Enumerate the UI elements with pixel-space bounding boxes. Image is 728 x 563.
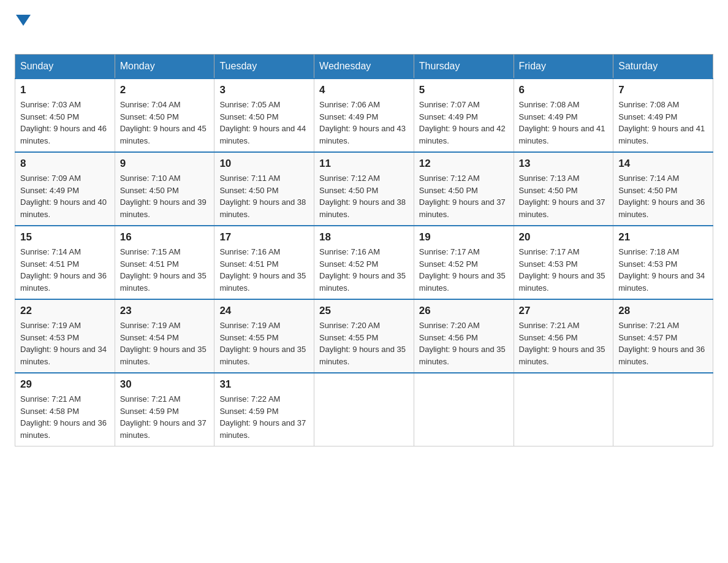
sunrise-label: Sunrise: 7:16 AM (319, 247, 380, 256)
calendar-cell: 6 Sunrise: 7:08 AM Sunset: 4:49 PM Dayli… (514, 79, 613, 152)
day-info: Sunrise: 7:12 AM Sunset: 4:50 PM Dayligh… (319, 172, 409, 220)
day-info: Sunrise: 7:08 AM Sunset: 4:49 PM Dayligh… (519, 99, 609, 147)
day-info: Sunrise: 7:11 AM Sunset: 4:50 PM Dayligh… (219, 172, 309, 220)
calendar-cell: 27 Sunrise: 7:21 AM Sunset: 4:56 PM Dayl… (514, 299, 613, 373)
day-number: 15 (20, 231, 110, 243)
day-number: 23 (120, 305, 210, 317)
sunrise-label: Sunrise: 7:19 AM (20, 321, 81, 330)
week-row-5: 29 Sunrise: 7:21 AM Sunset: 4:58 PM Dayl… (15, 373, 713, 446)
daylight-label: Daylight: 9 hours and 41 minutes. (519, 124, 605, 145)
calendar-cell: 28 Sunrise: 7:21 AM Sunset: 4:57 PM Dayl… (613, 299, 713, 373)
daylight-label: Daylight: 9 hours and 44 minutes. (219, 124, 306, 145)
day-info: Sunrise: 7:15 AM Sunset: 4:51 PM Dayligh… (120, 246, 210, 294)
day-number: 10 (219, 158, 309, 170)
sunrise-label: Sunrise: 7:08 AM (519, 100, 580, 109)
day-info: Sunrise: 7:17 AM Sunset: 4:53 PM Dayligh… (519, 246, 609, 294)
daylight-label: Daylight: 9 hours and 35 minutes. (319, 271, 406, 293)
daylight-label: Daylight: 9 hours and 42 minutes. (419, 124, 506, 145)
sunrise-label: Sunrise: 7:21 AM (618, 321, 679, 330)
sunset-label: Sunset: 4:53 PM (618, 259, 677, 269)
calendar-cell: 15 Sunrise: 7:14 AM Sunset: 4:51 PM Dayl… (15, 226, 115, 299)
sunrise-label: Sunrise: 7:08 AM (618, 100, 679, 109)
col-header-friday: Friday (514, 55, 613, 79)
day-info: Sunrise: 7:20 AM Sunset: 4:56 PM Dayligh… (419, 320, 509, 367)
daylight-label: Daylight: 9 hours and 39 minutes. (120, 197, 207, 219)
day-info: Sunrise: 7:13 AM Sunset: 4:50 PM Dayligh… (519, 172, 609, 220)
calendar-cell (414, 373, 514, 446)
day-number: 11 (319, 158, 409, 170)
sunrise-label: Sunrise: 7:21 AM (120, 394, 181, 404)
sunrise-label: Sunrise: 7:16 AM (219, 247, 280, 256)
daylight-label: Daylight: 9 hours and 40 minutes. (20, 197, 107, 219)
calendar-cell: 21 Sunrise: 7:18 AM Sunset: 4:53 PM Dayl… (613, 226, 713, 299)
day-number: 4 (319, 84, 409, 96)
sunset-label: Sunset: 4:50 PM (120, 186, 179, 195)
sunset-label: Sunset: 4:51 PM (20, 259, 79, 269)
daylight-label: Daylight: 9 hours and 35 minutes. (519, 271, 605, 293)
daylight-label: Daylight: 9 hours and 35 minutes. (219, 271, 306, 293)
day-info: Sunrise: 7:20 AM Sunset: 4:55 PM Dayligh… (319, 320, 409, 367)
col-header-thursday: Thursday (414, 55, 514, 79)
day-number: 8 (20, 158, 110, 170)
day-info: Sunrise: 7:07 AM Sunset: 4:49 PM Dayligh… (419, 99, 509, 147)
sunrise-label: Sunrise: 7:20 AM (319, 321, 380, 330)
sunrise-label: Sunrise: 7:22 AM (219, 394, 280, 404)
sunrise-label: Sunrise: 7:15 AM (120, 247, 181, 256)
day-number: 18 (319, 231, 409, 243)
calendar-cell: 7 Sunrise: 7:08 AM Sunset: 4:49 PM Dayli… (613, 79, 713, 152)
sunrise-label: Sunrise: 7:19 AM (219, 321, 280, 330)
sunrise-label: Sunrise: 7:07 AM (419, 100, 480, 109)
day-info: Sunrise: 7:10 AM Sunset: 4:50 PM Dayligh… (120, 172, 210, 220)
day-number: 25 (319, 305, 409, 317)
calendar-cell: 20 Sunrise: 7:17 AM Sunset: 4:53 PM Dayl… (514, 226, 613, 299)
calendar-cell: 24 Sunrise: 7:19 AM Sunset: 4:55 PM Dayl… (214, 299, 314, 373)
daylight-label: Daylight: 9 hours and 37 minutes. (219, 418, 306, 440)
day-info: Sunrise: 7:21 AM Sunset: 4:57 PM Dayligh… (618, 320, 708, 367)
sunrise-label: Sunrise: 7:11 AM (219, 174, 280, 183)
calendar-cell: 29 Sunrise: 7:21 AM Sunset: 4:58 PM Dayl… (15, 373, 115, 446)
sunrise-label: Sunrise: 7:14 AM (20, 247, 81, 256)
calendar-cell: 1 Sunrise: 7:03 AM Sunset: 4:50 PM Dayli… (15, 79, 115, 152)
col-header-wednesday: Wednesday (314, 55, 414, 79)
day-number: 27 (519, 305, 609, 317)
day-info: Sunrise: 7:03 AM Sunset: 4:50 PM Dayligh… (20, 99, 110, 147)
day-info: Sunrise: 7:22 AM Sunset: 4:59 PM Dayligh… (219, 393, 309, 441)
day-info: Sunrise: 7:12 AM Sunset: 4:50 PM Dayligh… (419, 172, 509, 220)
day-number: 2 (120, 84, 210, 96)
calendar-cell: 19 Sunrise: 7:17 AM Sunset: 4:52 PM Dayl… (414, 226, 514, 299)
day-number: 7 (618, 84, 708, 96)
week-row-2: 8 Sunrise: 7:09 AM Sunset: 4:49 PM Dayli… (15, 152, 713, 226)
day-info: Sunrise: 7:19 AM Sunset: 4:54 PM Dayligh… (120, 320, 210, 367)
calendar-cell: 23 Sunrise: 7:19 AM Sunset: 4:54 PM Dayl… (115, 299, 214, 373)
sunrise-label: Sunrise: 7:04 AM (120, 100, 181, 109)
daylight-label: Daylight: 9 hours and 36 minutes. (618, 197, 705, 219)
day-info: Sunrise: 7:18 AM Sunset: 4:53 PM Dayligh… (618, 246, 708, 294)
calendar-cell: 4 Sunrise: 7:06 AM Sunset: 4:49 PM Dayli… (314, 79, 414, 152)
logo (15, 15, 32, 42)
sunset-label: Sunset: 4:54 PM (120, 333, 179, 342)
sunrise-label: Sunrise: 7:12 AM (319, 174, 380, 183)
sunset-label: Sunset: 4:59 PM (120, 407, 179, 416)
daylight-label: Daylight: 9 hours and 45 minutes. (120, 124, 207, 145)
daylight-label: Daylight: 9 hours and 35 minutes. (419, 271, 506, 293)
sunset-label: Sunset: 4:52 PM (419, 259, 478, 269)
day-info: Sunrise: 7:21 AM Sunset: 4:58 PM Dayligh… (20, 393, 110, 441)
daylight-label: Daylight: 9 hours and 37 minutes. (120, 418, 207, 440)
daylight-label: Daylight: 9 hours and 37 minutes. (519, 197, 605, 219)
col-header-saturday: Saturday (613, 55, 713, 79)
day-info: Sunrise: 7:05 AM Sunset: 4:50 PM Dayligh… (219, 99, 309, 147)
day-number: 26 (419, 305, 509, 317)
daylight-label: Daylight: 9 hours and 35 minutes. (419, 345, 506, 366)
calendar-cell (514, 373, 613, 446)
sunset-label: Sunset: 4:55 PM (219, 333, 278, 342)
daylight-label: Daylight: 9 hours and 35 minutes. (120, 345, 207, 366)
sunset-label: Sunset: 4:49 PM (519, 112, 578, 121)
sunset-label: Sunset: 4:50 PM (120, 112, 179, 121)
sunset-label: Sunset: 4:50 PM (219, 186, 278, 195)
sunset-label: Sunset: 4:49 PM (419, 112, 478, 121)
daylight-label: Daylight: 9 hours and 38 minutes. (319, 197, 406, 219)
sunset-label: Sunset: 4:53 PM (20, 333, 79, 342)
calendar-cell: 9 Sunrise: 7:10 AM Sunset: 4:50 PM Dayli… (115, 152, 214, 226)
sunrise-label: Sunrise: 7:06 AM (319, 100, 380, 109)
daylight-label: Daylight: 9 hours and 46 minutes. (20, 124, 107, 145)
